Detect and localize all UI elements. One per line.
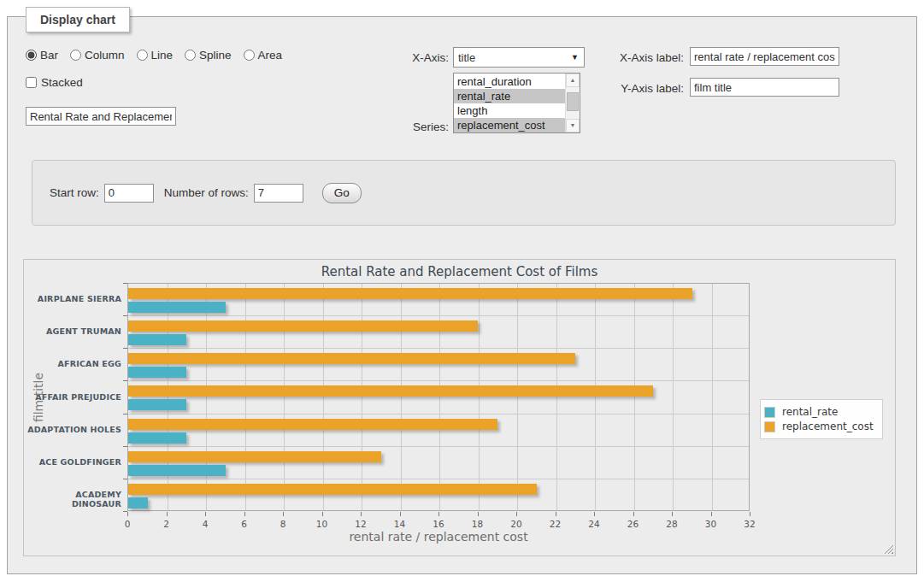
category-label: AIRPLANE SIERRA bbox=[27, 294, 121, 303]
scrollbar-thumb[interactable] bbox=[567, 92, 579, 111]
num-rows-input[interactable] bbox=[254, 184, 303, 203]
bar-replacement_cost bbox=[128, 419, 497, 430]
series-listbox[interactable]: rental_durationrental_ratelengthreplacem… bbox=[453, 73, 580, 133]
series-option-length[interactable]: length bbox=[454, 103, 565, 118]
series-option-rental_duration[interactable]: rental_duration bbox=[454, 74, 565, 89]
y-tick-mark bbox=[123, 479, 127, 479]
x-tick-mark bbox=[750, 512, 750, 516]
category-label: ACE GOLDFINGER bbox=[27, 457, 121, 467]
stacked-checkbox[interactable] bbox=[26, 77, 37, 88]
series-scrollbar[interactable]: ▲ ▼ bbox=[565, 73, 580, 132]
bar-replacement_cost bbox=[128, 385, 653, 397]
bar-rental_rate bbox=[128, 334, 186, 345]
chart-type-radio-label: Column bbox=[85, 49, 125, 62]
bar-replacement_cost bbox=[128, 353, 575, 364]
x-tick-mark bbox=[438, 512, 439, 516]
series-option-rental_rate[interactable]: rental_rate bbox=[454, 89, 565, 103]
series-options: rental_durationrental_ratelengthreplacem… bbox=[454, 74, 565, 132]
x-axis-select[interactable]: title ▼ bbox=[453, 47, 585, 68]
x-tick-mark bbox=[633, 512, 634, 516]
bar-rental_rate bbox=[128, 432, 186, 444]
bar-rental_rate bbox=[128, 465, 226, 476]
series-select-label: Series: bbox=[368, 121, 449, 133]
page: Display chart BarColumnLineSplineArea St… bbox=[0, 0, 924, 582]
stacked-label: Stacked bbox=[41, 76, 83, 89]
bar-rental_rate bbox=[128, 367, 186, 378]
x-tick-label: 2 bbox=[163, 519, 169, 529]
legend-label: replacement_cost bbox=[782, 420, 874, 432]
x-tick-mark bbox=[167, 512, 168, 516]
chart-type-radio-label: Area bbox=[258, 49, 283, 62]
chart-row-airplane-sierra bbox=[128, 284, 749, 316]
chart-type-radio-label: Bar bbox=[40, 49, 58, 62]
y-axis-label-label: Y-Axis label: bbox=[598, 82, 684, 95]
x-axis-selected-value: title bbox=[458, 51, 475, 64]
chart-row-african-egg bbox=[128, 349, 749, 381]
chart-type-option-bar: Bar bbox=[26, 49, 58, 62]
x-tick-mark bbox=[322, 512, 323, 516]
x-axis-select-label: X-Axis: bbox=[368, 51, 449, 64]
x-tick-mark bbox=[244, 512, 245, 516]
bar-rental_rate bbox=[128, 399, 186, 410]
x-tick-label: 24 bbox=[588, 519, 599, 529]
chart-type-option-line: Line bbox=[137, 49, 174, 62]
x-tick-label: 6 bbox=[241, 519, 247, 529]
x-axis-label-label: X-Axis label: bbox=[598, 51, 684, 64]
start-row-input[interactable] bbox=[104, 184, 154, 203]
x-tick-label: 18 bbox=[472, 519, 483, 529]
chart-title-input[interactable] bbox=[26, 107, 176, 126]
series-option-replacement_cost[interactable]: replacement_cost bbox=[454, 118, 565, 132]
x-tick-label: 10 bbox=[316, 519, 327, 529]
chart-panel: Rental Rate and Replacement Cost of Film… bbox=[23, 259, 896, 556]
start-row-label: Start row: bbox=[50, 186, 99, 199]
y-tick-mark bbox=[123, 283, 127, 284]
x-tick-label: 26 bbox=[627, 519, 639, 529]
x-tick-mark bbox=[672, 512, 673, 516]
x-axis-label-input[interactable] bbox=[690, 47, 839, 66]
x-tick-mark bbox=[594, 512, 595, 516]
y-tick-mark bbox=[123, 446, 127, 447]
chart-legend: rental_ratereplacement_cost bbox=[760, 399, 883, 439]
resize-handle-icon[interactable] bbox=[884, 544, 893, 554]
chart-row-affair-prejudice bbox=[128, 381, 749, 414]
x-tick-label: 4 bbox=[203, 519, 209, 529]
x-tick-mark bbox=[283, 512, 284, 516]
chart-type-radio-spline[interactable] bbox=[185, 50, 196, 61]
scrollbar-down-icon[interactable]: ▼ bbox=[566, 119, 580, 132]
y-axis-title: film title bbox=[32, 367, 45, 427]
go-button[interactable]: Go bbox=[322, 183, 362, 203]
chart-type-radio-column[interactable] bbox=[70, 50, 81, 61]
chart-title: Rental Rate and Replacement Cost of Film… bbox=[24, 264, 895, 279]
x-tick-mark bbox=[516, 512, 517, 516]
chart-row-adaptation-holes bbox=[128, 414, 749, 447]
legend-swatch bbox=[764, 407, 775, 418]
x-tick-label: 8 bbox=[280, 519, 286, 529]
plot-area bbox=[127, 283, 750, 511]
scrollbar-up-icon[interactable]: ▲ bbox=[566, 73, 580, 87]
x-axis-title: rental rate / replacement cost bbox=[349, 530, 527, 544]
x-tick-label: 14 bbox=[394, 519, 405, 529]
chart-type-radio-line[interactable] bbox=[137, 50, 148, 61]
num-rows-label: Number of rows: bbox=[164, 186, 249, 199]
bar-replacement_cost bbox=[128, 484, 537, 495]
x-tick-label: 28 bbox=[666, 519, 677, 529]
y-tick-mark bbox=[123, 414, 127, 414]
chart-type-radio-bar[interactable] bbox=[26, 50, 37, 61]
rows-panel: Start row: Number of rows: Go bbox=[32, 160, 896, 226]
bar-replacement_cost bbox=[128, 320, 478, 332]
chart-row-ace-goldfinger bbox=[128, 447, 749, 479]
chart-type-radiogroup: BarColumnLineSplineArea bbox=[26, 49, 291, 62]
chart-type-radio-area[interactable] bbox=[244, 50, 255, 61]
chart-row-agent-truman bbox=[128, 316, 749, 349]
x-tick-label: 12 bbox=[355, 519, 366, 529]
legend-swatch bbox=[764, 421, 775, 432]
bar-replacement_cost bbox=[128, 451, 381, 462]
chart-type-option-area: Area bbox=[244, 49, 283, 62]
x-tick-label: 0 bbox=[125, 519, 131, 529]
chart-type-radio-label: Spline bbox=[199, 49, 232, 62]
bar-replacement_cost bbox=[128, 288, 692, 299]
x-tick-mark bbox=[556, 512, 556, 516]
chart-row-academy-dinosaur bbox=[128, 479, 749, 512]
legend-item: rental_rate bbox=[764, 406, 874, 418]
y-axis-label-input[interactable] bbox=[690, 78, 839, 97]
